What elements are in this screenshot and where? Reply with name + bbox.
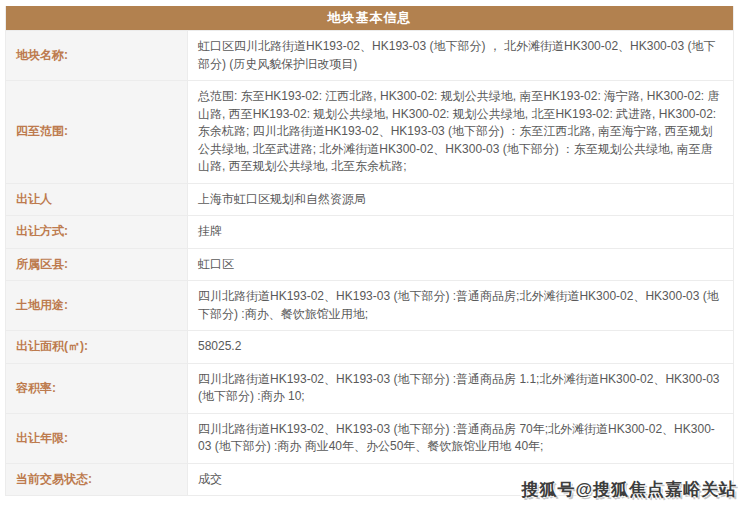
row-value-text: 成交 <box>198 471 222 489</box>
row-label-transfer-term: 出让年限: <box>6 414 188 463</box>
row-value-parcel-name: 虹口区四川北路街道HK193-02、HK193-03 (地下部分) ， 北外滩街… <box>188 31 733 80</box>
row-value-transaction-status: 成交 <box>188 464 733 496</box>
row-value-text: 挂牌 <box>198 223 222 241</box>
row-value-text: 四川北路街道HK193-02、HK193-03 (地下部分) :普通商品房 70… <box>198 421 721 456</box>
parcel-info-table: 地块基本信息 地块名称: 虹口区四川北路街道HK193-02、HK193-03 … <box>5 6 734 496</box>
row-value-boundaries: 总范围: 东至HK193-02: 江西北路, HK300-02: 规划公共绿地,… <box>188 81 733 183</box>
row-label-transfer-area: 出让面积(㎡): <box>6 331 188 363</box>
table-row: 所属区县: 虹口区 <box>6 248 733 281</box>
row-value-land-use: 四川北路街道HK193-02、HK193-03 (地下部分) :普通商品房;北外… <box>188 281 733 330</box>
row-value-district: 虹口区 <box>188 249 733 281</box>
row-value-text: 58025.2 <box>198 338 241 356</box>
row-label-boundaries: 四至范围: <box>6 81 188 183</box>
row-value-grantor: 上海市虹口区规划和自然资源局 <box>188 184 733 216</box>
table-row: 地块名称: 虹口区四川北路街道HK193-02、HK193-03 (地下部分) … <box>6 30 733 80</box>
row-value-text: 虹口区四川北路街道HK193-02、HK193-03 (地下部分) ， 北外滩街… <box>198 38 721 73</box>
row-label-grantor: 出让人 <box>6 184 188 216</box>
row-value-transfer-term: 四川北路街道HK193-02、HK193-03 (地下部分) :普通商品房 70… <box>188 414 733 463</box>
row-label-district: 所属区县: <box>6 249 188 281</box>
table-row: 出让年限: 四川北路街道HK193-02、HK193-03 (地下部分) :普通… <box>6 413 733 463</box>
row-value-text: 四川北路街道HK193-02、HK193-03 (地下部分) :普通商品房;北外… <box>198 288 721 323</box>
row-label-plot-ratio: 容积率: <box>6 364 188 413</box>
table-row: 土地用途: 四川北路街道HK193-02、HK193-03 (地下部分) :普通… <box>6 280 733 330</box>
row-value-text: 上海市虹口区规划和自然资源局 <box>198 191 366 209</box>
row-value-text: 四川北路街道HK193-02、HK193-03 (地下部分) :普通商品房 1.… <box>198 371 721 406</box>
row-label-parcel-name: 地块名称: <box>6 31 188 80</box>
row-label-transaction-status: 当前交易状态: <box>6 464 188 496</box>
table-row: 当前交易状态: 成交 <box>6 463 733 496</box>
row-value-text: 总范围: 东至HK193-02: 江西北路, HK300-02: 规划公共绿地,… <box>198 88 721 176</box>
table-row: 四至范围: 总范围: 东至HK193-02: 江西北路, HK300-02: 规… <box>6 80 733 183</box>
row-value-plot-ratio: 四川北路街道HK193-02、HK193-03 (地下部分) :普通商品房 1.… <box>188 364 733 413</box>
row-value-transfer-area: 58025.2 <box>188 331 733 363</box>
row-label-land-use: 土地用途: <box>6 281 188 330</box>
table-row: 出让面积(㎡): 58025.2 <box>6 330 733 363</box>
table-row: 容积率: 四川北路街道HK193-02、HK193-03 (地下部分) :普通商… <box>6 363 733 413</box>
table-row: 出让人 上海市虹口区规划和自然资源局 <box>6 183 733 216</box>
row-label-transfer-method: 出让方式: <box>6 216 188 248</box>
table-title: 地块基本信息 <box>6 6 733 30</box>
row-value-transfer-method: 挂牌 <box>188 216 733 248</box>
table-row: 出让方式: 挂牌 <box>6 215 733 248</box>
row-value-text: 虹口区 <box>198 256 234 274</box>
